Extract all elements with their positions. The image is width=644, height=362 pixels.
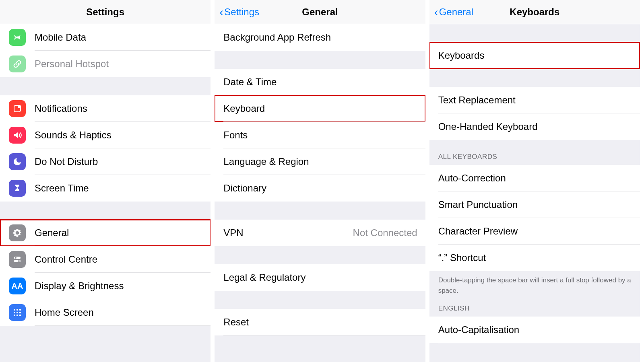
row-dot-shortcut[interactable]: “.” Shortcut xyxy=(429,245,640,271)
nav-title-general: General xyxy=(302,6,338,18)
svg-rect-10 xyxy=(14,312,15,313)
label-screen-time: Screen Time xyxy=(35,183,202,194)
label-reset: Reset xyxy=(223,317,417,328)
label-date-time: Date & Time xyxy=(223,76,417,88)
nav-title-settings: Settings xyxy=(86,6,124,18)
svg-rect-9 xyxy=(19,309,21,311)
label-home-screen: Home Screen xyxy=(35,307,202,318)
section-all-keyboards: ALL KEYBOARDS xyxy=(429,140,640,165)
row-general[interactable]: General xyxy=(0,220,211,246)
back-label-general: General xyxy=(439,6,473,18)
label-character-preview: Character Preview xyxy=(438,226,632,237)
moon-icon xyxy=(9,153,26,170)
row-character-preview[interactable]: Character Preview xyxy=(429,218,640,245)
back-label-settings: Settings xyxy=(224,6,259,18)
row-mobile-data[interactable]: Mobile Data xyxy=(0,24,211,51)
hourglass-icon xyxy=(9,180,26,197)
row-language[interactable]: Language & Region xyxy=(215,148,425,175)
label-mobile-data: Mobile Data xyxy=(35,32,202,43)
grid-icon xyxy=(9,304,26,321)
label-keyboard: Keyboard xyxy=(223,103,417,114)
section-english: ENGLISH xyxy=(429,301,640,317)
back-to-settings[interactable]: ‹ Settings xyxy=(219,6,259,18)
svg-rect-12 xyxy=(19,312,21,313)
panel-settings: Settings Mobile Data Personal Hotspot No… xyxy=(0,0,215,362)
label-control-centre: Control Centre xyxy=(35,254,202,265)
label-general: General xyxy=(35,227,202,239)
gear-icon xyxy=(9,224,26,241)
label-display: Display & Brightness xyxy=(35,280,202,292)
row-display[interactable]: AA Display & Brightness xyxy=(0,273,211,299)
nav-title-keyboards: Keyboards xyxy=(510,6,559,18)
row-personal-hotspot[interactable]: Personal Hotspot xyxy=(0,51,211,77)
label-vpn: VPN xyxy=(223,227,353,239)
svg-point-2 xyxy=(18,105,21,108)
row-bg-refresh[interactable]: Background App Refresh xyxy=(215,24,425,51)
label-fonts: Fonts xyxy=(223,130,417,141)
speaker-icon xyxy=(9,127,26,144)
row-smart-punctuation[interactable]: Smart Punctuation xyxy=(429,191,640,218)
label-smart-punctuation: Smart Punctuation xyxy=(438,199,632,210)
navbar-settings: Settings xyxy=(0,0,211,24)
row-auto-correction[interactable]: Auto-Correction xyxy=(429,165,640,191)
toggles-icon xyxy=(9,251,26,268)
row-home-screen[interactable]: Home Screen xyxy=(0,299,211,326)
label-sounds: Sounds & Haptics xyxy=(35,130,202,141)
label-legal: Legal & Regulatory xyxy=(223,272,417,283)
chevron-left-icon: ‹ xyxy=(219,6,223,18)
footer-dot-shortcut: Double-tapping the space bar will insert… xyxy=(429,271,640,301)
label-text-replacement: Text Replacement xyxy=(438,95,632,106)
row-dnd[interactable]: Do Not Disturb xyxy=(0,148,211,175)
row-sounds[interactable]: Sounds & Haptics xyxy=(0,122,211,148)
notifications-icon xyxy=(9,100,26,117)
navbar-keyboards: ‹ General Keyboards xyxy=(429,0,640,24)
label-notifications: Notifications xyxy=(35,103,202,114)
back-to-general[interactable]: ‹ General xyxy=(434,6,473,18)
row-reset[interactable]: Reset xyxy=(215,309,425,335)
row-keyboards-list[interactable]: Keyboards xyxy=(429,42,640,69)
row-date-time[interactable]: Date & Time xyxy=(215,69,425,95)
label-auto-correction: Auto-Correction xyxy=(438,173,632,184)
svg-point-0 xyxy=(17,37,18,38)
svg-rect-15 xyxy=(19,315,21,316)
row-dictionary[interactable]: Dictionary xyxy=(215,175,425,202)
row-vpn[interactable]: VPN Not Connected xyxy=(215,220,425,246)
label-dnd: Do Not Disturb xyxy=(35,156,202,167)
svg-rect-11 xyxy=(17,312,18,313)
svg-rect-14 xyxy=(17,315,18,316)
row-one-handed[interactable]: One-Handed Keyboard xyxy=(429,113,640,140)
svg-rect-8 xyxy=(17,309,18,311)
row-control-centre[interactable]: Control Centre xyxy=(0,246,211,273)
panel-general: ‹ Settings General Background App Refres… xyxy=(215,0,429,362)
svg-rect-7 xyxy=(14,309,15,311)
row-notifications[interactable]: Notifications xyxy=(0,95,211,122)
label-one-handed: One-Handed Keyboard xyxy=(438,121,632,132)
link-icon xyxy=(9,56,26,72)
chevron-left-icon: ‹ xyxy=(434,6,438,18)
row-keyboard[interactable]: Keyboard xyxy=(215,95,425,122)
label-dot-shortcut: “.” Shortcut xyxy=(438,252,632,263)
row-screen-time[interactable]: Screen Time xyxy=(0,175,211,202)
label-personal-hotspot: Personal Hotspot xyxy=(35,58,202,70)
row-auto-capitalisation[interactable]: Auto-Capitalisation xyxy=(429,317,640,343)
value-vpn: Not Connected xyxy=(353,227,417,239)
label-keyboards-list: Keyboards xyxy=(438,50,632,61)
label-auto-capitalisation: Auto-Capitalisation xyxy=(438,324,632,335)
row-fonts[interactable]: Fonts xyxy=(215,122,425,148)
svg-point-5 xyxy=(15,257,17,259)
label-language: Language & Region xyxy=(223,156,417,167)
svg-rect-13 xyxy=(14,315,15,316)
antenna-icon xyxy=(9,29,26,46)
row-legal[interactable]: Legal & Regulatory xyxy=(215,264,425,291)
panel-keyboards: ‹ General Keyboards Keyboards Text Repla… xyxy=(429,0,644,362)
label-bg-refresh: Background App Refresh xyxy=(223,32,417,43)
navbar-general: ‹ Settings General xyxy=(215,0,425,24)
text-size-icon: AA xyxy=(9,278,26,294)
row-text-replacement[interactable]: Text Replacement xyxy=(429,87,640,113)
svg-point-6 xyxy=(18,260,20,262)
label-dictionary: Dictionary xyxy=(223,183,417,194)
